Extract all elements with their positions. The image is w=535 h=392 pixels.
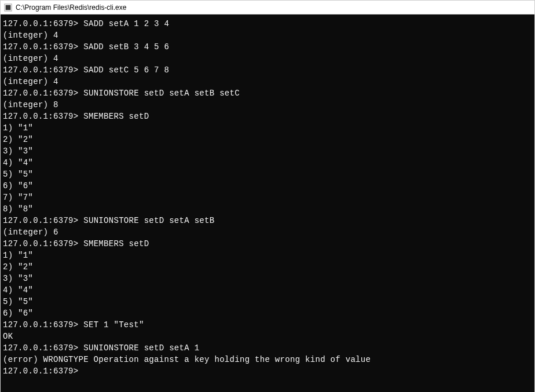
command-text: SMEMBERS setD [79, 112, 149, 121]
terminal-line: 1) "1" [3, 250, 532, 261]
command-text: SUNIONSTORE setD setA 1 [79, 343, 200, 353]
terminal-line: 4) "4" [3, 284, 532, 296]
output-text: 8) "8" [3, 204, 33, 214]
output-text: (integer) 6 [3, 228, 58, 237]
command-text: SUNIONSTORE setD setA setB [79, 216, 215, 225]
terminal-line: 2) "2" [3, 134, 532, 145]
terminal-line: 5) "5" [3, 296, 532, 307]
terminal-line: 3) "3" [3, 273, 532, 284]
command-text: SADD setA 1 2 3 4 [79, 19, 170, 28]
command-text: SADD setC 5 6 7 8 [79, 65, 170, 75]
prompt: 127.0.0.1:6379> [3, 42, 79, 52]
output-text: 2) "2" [3, 135, 33, 144]
terminal-line: 127.0.0.1:6379> SADD setB 3 4 5 6 [3, 41, 532, 53]
prompt: 127.0.0.1:6379> [3, 320, 79, 329]
terminal-line: 3) "3" [3, 145, 532, 157]
output-text: 5) "5" [3, 170, 33, 179]
prompt: 127.0.0.1:6379> [3, 19, 79, 28]
prompt: 127.0.0.1:6379> [3, 112, 79, 121]
terminal-line: (integer) 8 [3, 99, 532, 111]
prompt: 127.0.0.1:6379> [3, 239, 79, 248]
output-text: 5) "5" [3, 297, 33, 306]
terminal-line: 127.0.0.1:6379> SMEMBERS setD [3, 111, 532, 122]
terminal-line: (integer) 4 [3, 30, 532, 41]
output-text: 6) "6" [3, 309, 33, 318]
output-text: (integer) 4 [3, 54, 58, 63]
terminal-line: 6) "6" [3, 180, 532, 192]
command-text: SADD setB 3 4 5 6 [79, 42, 170, 52]
window-title: C:\Program Files\Redis\redis-cli.exe [16, 3, 126, 12]
terminal-line: 127.0.0.1:6379> SET 1 "Test" [3, 319, 532, 331]
terminal-line: 2) "2" [3, 261, 532, 273]
terminal-line: 5) "5" [3, 168, 532, 180]
terminal-line: 6) "6" [3, 307, 532, 319]
prompt: 127.0.0.1:6379> [3, 65, 79, 75]
titlebar[interactable]: C:\Program Files\Redis\redis-cli.exe [1, 1, 534, 14]
terminal-line: 127.0.0.1:6379> SUNIONSTORE setD setA se… [3, 215, 532, 226]
terminal-line: 127.0.0.1:6379> SADD setC 5 6 7 8 [3, 64, 532, 76]
output-text: (integer) 8 [3, 100, 58, 109]
output-text: 1) "1" [3, 251, 33, 260]
terminal-line: (error) WRONGTYPE Operation against a ke… [3, 354, 532, 365]
terminal-line: 127.0.0.1:6379> SUNIONSTORE setD setA 1 [3, 342, 532, 354]
terminal-line: (integer) 4 [3, 76, 532, 87]
output-text: 7) "7" [3, 193, 33, 202]
command-text: SET 1 "Test" [79, 320, 144, 329]
output-text: 6) "6" [3, 181, 33, 190]
command-text: SUNIONSTORE setD setA setB setC [79, 89, 240, 98]
terminal-area[interactable]: 127.0.0.1:6379> SADD setA 1 2 3 4(intege… [1, 14, 534, 392]
output-text: 3) "3" [3, 146, 33, 156]
prompt: 127.0.0.1:6379> [3, 343, 79, 353]
terminal-line: 1) "1" [3, 122, 532, 134]
prompt: 127.0.0.1:6379> [3, 216, 79, 225]
prompt: 127.0.0.1:6379> [3, 367, 79, 376]
terminal-line: 127.0.0.1:6379> SUNIONSTORE setD setA se… [3, 87, 532, 99]
terminal-line: 127.0.0.1:6379> SADD setA 1 2 3 4 [3, 18, 532, 30]
command-text: SMEMBERS setD [79, 239, 149, 248]
output-text: 3) "3" [3, 274, 33, 283]
svg-rect-1 [6, 5, 11, 10]
output-text: OK [3, 332, 13, 341]
terminal-line: 8) "8" [3, 203, 532, 215]
output-text: 4) "4" [3, 285, 33, 295]
output-text: (integer) 4 [3, 77, 58, 86]
output-text: (integer) 4 [3, 31, 58, 40]
terminal-line: OK [3, 331, 532, 342]
terminal-line: 7) "7" [3, 192, 532, 203]
terminal-line: (integer) 4 [3, 53, 532, 64]
output-text: 2) "2" [3, 262, 33, 272]
app-icon [4, 3, 12, 12]
output-text: (error) WRONGTYPE Operation against a ke… [3, 355, 371, 364]
app-window: C:\Program Files\Redis\redis-cli.exe 127… [0, 0, 535, 392]
terminal-line: (integer) 6 [3, 226, 532, 238]
prompt: 127.0.0.1:6379> [3, 89, 79, 98]
terminal-line: 127.0.0.1:6379> SMEMBERS setD [3, 238, 532, 250]
terminal-line: 4) "4" [3, 157, 532, 168]
terminal-line: 127.0.0.1:6379> [3, 365, 532, 377]
output-text: 1) "1" [3, 123, 33, 133]
output-text: 4) "4" [3, 158, 33, 167]
